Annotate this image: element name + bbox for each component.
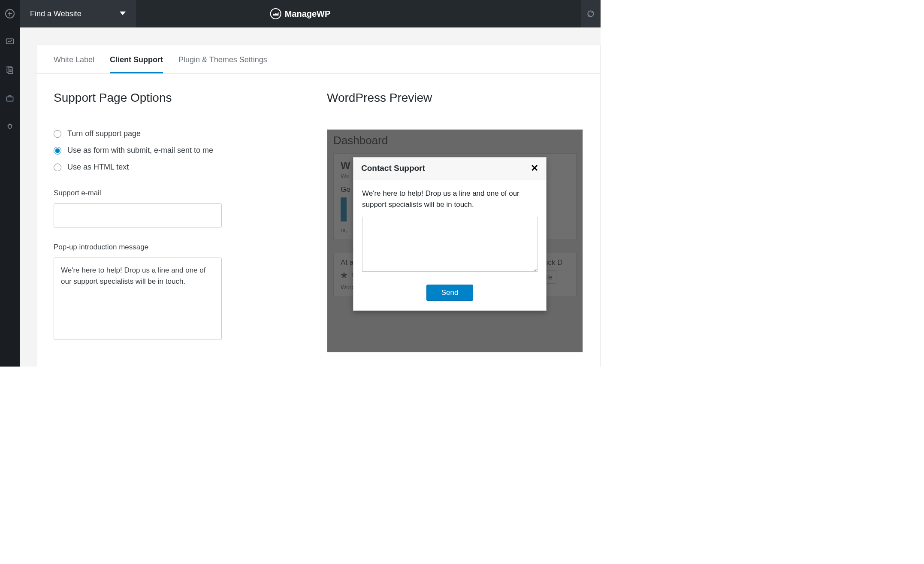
radio-use-form-label: Use as form with submit, e-mail sent to …: [67, 146, 213, 155]
brand: ManageWP: [270, 8, 331, 19]
svg-rect-5: [8, 68, 13, 73]
support-email-input[interactable]: [54, 203, 222, 227]
radio-turn-off[interactable]: Turn off support page: [54, 129, 310, 138]
brand-text: ManageWP: [285, 9, 331, 19]
briefcase-icon: [6, 94, 14, 103]
brand-logo-icon: [270, 8, 281, 19]
site-selector[interactable]: Find a Website: [20, 0, 136, 27]
radio-use-html-label: Use as HTML text: [67, 163, 129, 172]
tab-white-label[interactable]: White Label: [54, 55, 94, 73]
sidebar-item-content[interactable]: [0, 56, 20, 84]
close-icon[interactable]: ✕: [531, 163, 538, 174]
sidebar-item-dashboard[interactable]: [0, 27, 20, 56]
contact-support-modal: Contact Support ✕ We're here to help! Dr…: [353, 157, 547, 311]
radio-use-form[interactable]: Use as form with submit, e-mail sent to …: [54, 146, 310, 155]
support-email-label: Support e-mail: [54, 189, 310, 197]
sidebar: [0, 27, 20, 367]
refresh-button[interactable]: [581, 0, 601, 27]
radio-use-html[interactable]: Use as HTML text: [54, 163, 310, 172]
sidebar-item-clients[interactable]: [0, 84, 20, 112]
sidebar-item-settings[interactable]: [0, 112, 20, 141]
divider: [54, 117, 310, 117]
wordpress-preview: Dashboard W We Ge or,: [327, 129, 583, 352]
site-selector-label: Find a Website: [30, 9, 82, 18]
plus-circle-icon: [5, 9, 15, 19]
support-options-title: Support Page Options: [54, 91, 310, 105]
content-area: White Label Client Support Plugin & Them…: [20, 27, 601, 367]
radio-turn-off-input[interactable]: [54, 130, 61, 138]
top-bar: Find a Website ManageWP: [0, 0, 601, 27]
svg-rect-9: [7, 97, 13, 101]
preview-title: WordPress Preview: [327, 91, 583, 105]
svg-point-11: [9, 125, 12, 128]
modal-textarea[interactable]: [362, 217, 537, 272]
modal-message: We're here to help! Drop us a line and o…: [362, 188, 537, 210]
modal-title: Contact Support: [361, 164, 425, 173]
send-button[interactable]: Send: [426, 285, 474, 301]
radio-turn-off-label: Turn off support page: [67, 129, 141, 138]
divider: [327, 117, 583, 117]
dashboard-icon: [6, 37, 14, 46]
refresh-icon: [586, 9, 595, 18]
popup-message-label: Pop-up introduction message: [54, 243, 310, 252]
support-mode-radios: Turn off support page Use as form with s…: [54, 129, 310, 172]
chevron-down-icon: [120, 9, 126, 18]
content-icon: [6, 66, 14, 74]
tab-plugin-themes[interactable]: Plugin & Themes Settings: [178, 55, 267, 73]
tabs: White Label Client Support Plugin & Them…: [36, 45, 600, 74]
add-button[interactable]: [0, 0, 20, 27]
gear-icon: [6, 122, 14, 131]
radio-use-form-input[interactable]: [54, 147, 61, 155]
popup-message-textarea[interactable]: [54, 258, 222, 340]
tab-client-support[interactable]: Client Support: [110, 55, 163, 73]
radio-use-html-input[interactable]: [54, 164, 61, 171]
